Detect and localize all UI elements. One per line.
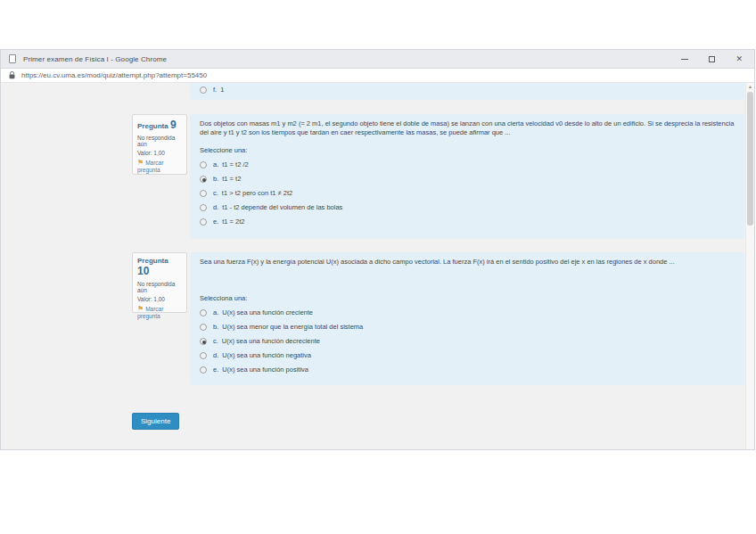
window-titlebar: Primer examen de Física I - Google Chrom… [1,50,754,69]
option-text: U(x) sea menor que la energía total del … [222,323,363,331]
option-text: t1 = t2 [222,175,241,183]
answer-option[interactable]: f. 1 [200,86,735,94]
scrollbar-thumb[interactable] [747,92,753,226]
option-letter: b. [213,323,218,331]
lock-icon [9,71,15,79]
question-number: Pregunta 10 [137,257,182,277]
question-status: No respondida aún [137,135,182,147]
question-status: No respondida aún [137,281,182,293]
flag-question-link[interactable]: ⚑Marcar pregunta [137,160,182,174]
radio-button[interactable] [200,204,207,211]
answer-option[interactable]: e. U(x) sea una función positiva [200,366,735,374]
radio-button[interactable] [200,176,207,183]
radio-button[interactable] [200,161,207,168]
question-9-info: Pregunta 9 No respondida aún Valor: 1,00… [132,114,187,175]
window-controls: ✕ [681,55,746,63]
option-letter: b. [213,175,218,183]
flag-icon: ⚑ [137,305,144,313]
radio-button[interactable] [200,324,207,331]
option-letter: e. [213,366,218,374]
address-bar[interactable]: https://eu.cv.uma.es/mod/quiz/attempt.ph… [1,69,754,83]
option-text: t1 - t2 depende del volumen de las bolas [222,203,342,211]
option-letter: d. [213,351,218,359]
page-icon [9,54,16,63]
quiz-page: f. 1 Pregunta 9 No respondida aún Valor:… [1,83,754,449]
question-value: Valor: 1,00 [137,150,182,156]
question-text: Dos objetos con masas m1 y m2 (= 2 m1, e… [200,119,735,137]
question-10-content: Sea una fuerza F(x) y la energía potenci… [190,252,744,385]
radio-button[interactable] [200,366,207,374]
question-10-info: Pregunta 10 No respondida aún Valor: 1,0… [132,252,187,313]
option-letter: c. [213,189,218,197]
answer-option[interactable]: b. U(x) sea menor que la energía total d… [200,323,735,331]
option-letter: a. [213,308,218,316]
url-text[interactable]: https://eu.cv.uma.es/mod/quiz/attempt.ph… [21,71,207,79]
answer-prompt: Seleccione una: [200,146,735,154]
flag-icon: ⚑ [137,159,144,167]
question-value: Valor: 1,00 [137,296,182,302]
answer-option[interactable]: e. t1 = 2t2 [200,218,735,226]
next-button[interactable]: Siguiente [132,413,179,430]
answer-option[interactable]: a. t1 = t2 /2 [200,160,735,168]
scroll-up-arrow[interactable]: ▲ [746,84,754,89]
option-letter: f. [213,86,217,94]
answer-option[interactable]: a. U(x) sea una función creciente [200,308,735,316]
radio-button[interactable] [200,338,207,345]
browser-window: Primer examen de Física I - Google Chrom… [0,49,755,450]
option-text: U(x) sea una función decreciente [222,337,320,345]
answer-option[interactable]: d. t1 - t2 depende del volumen de las bo… [200,203,735,211]
previous-question-partial: f. 1 [190,83,744,100]
option-text: t1 = t2 /2 [222,160,248,168]
option-letter: e. [213,218,218,226]
radio-button[interactable] [200,86,207,94]
answer-prompt: Selecciona una: [200,294,735,302]
radio-button[interactable] [200,190,207,197]
answer-option[interactable]: d. U(x) sea una función negativa [200,351,735,359]
answer-option[interactable]: b. t1 = t2 [200,175,735,183]
flag-question-link[interactable]: ⚑Marcar pregunta [137,306,182,320]
option-text: t1 = 2t2 [222,218,244,226]
radio-button[interactable] [200,218,207,226]
answer-option[interactable]: c. t1 > t2 pero con t1 ≠ 2t2 [200,189,735,197]
question-text: Sea una fuerza F(x) y la energía potenci… [200,258,735,267]
option-letter: a. [213,160,218,168]
option-letter: d. [213,203,218,211]
answer-option[interactable]: c. U(x) sea una función decreciente [200,337,735,345]
option-text: U(x) sea una función creciente [222,308,313,316]
question-9-content: Dos objetos con masas m1 y m2 (= 2 m1, e… [190,114,744,239]
vertical-scrollbar[interactable]: ▲ [745,83,754,449]
option-text: 1 [220,86,224,94]
option-text: t1 > t2 pero con t1 ≠ 2t2 [222,189,292,197]
radio-button[interactable] [200,352,207,359]
close-button[interactable]: ✕ [735,55,743,63]
radio-button[interactable] [200,309,207,316]
question-number: Pregunta 9 [137,119,182,131]
option-text: U(x) sea una función positiva [222,366,308,374]
maximize-button[interactable] [709,56,715,62]
option-text: U(x) sea una función negativa [222,351,311,359]
minimize-button[interactable] [681,59,688,60]
window-title: Primer examen de Física I - Google Chrom… [23,55,167,63]
option-letter: c. [213,337,218,345]
